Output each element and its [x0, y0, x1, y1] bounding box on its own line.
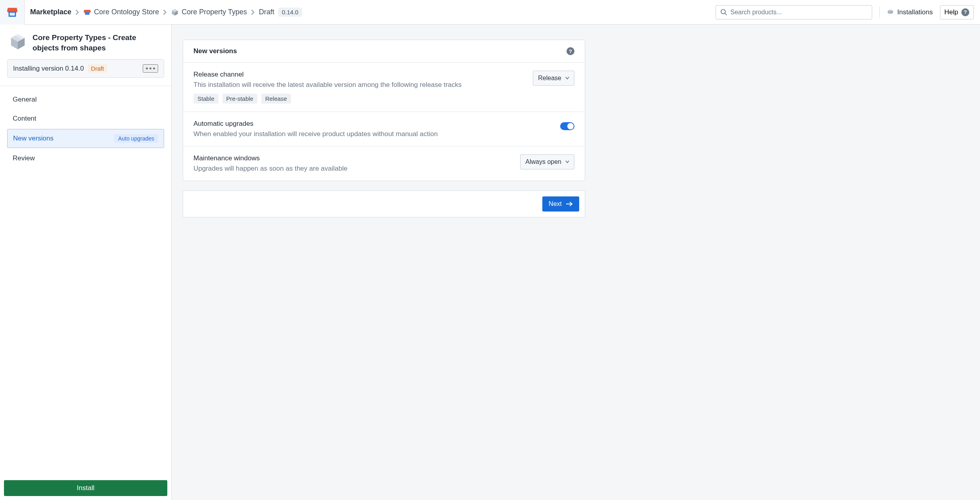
install-status-text: Installing version 0.14.0: [13, 65, 84, 73]
sidebar-item-new-versions[interactable]: New versions Auto upgrades: [7, 129, 164, 148]
chip-stable: Stable: [193, 94, 218, 104]
help-button[interactable]: Help ?: [940, 5, 974, 19]
section-title: Automatic upgrades: [193, 120, 560, 128]
breadcrumb-label: Core Ontology Store: [94, 8, 159, 16]
sidebar-item-label: General: [13, 96, 36, 104]
svg-rect-1: [10, 12, 15, 15]
select-value: Always open: [525, 158, 561, 165]
help-icon: ?: [567, 47, 574, 55]
topbar: Marketplace Core Ontology Store Core Pro…: [0, 0, 980, 25]
new-versions-card: New versions ? Release channel This inst…: [183, 40, 585, 181]
divider: [0, 86, 171, 86]
section-description: Upgrades will happen as soon as they are…: [193, 165, 520, 173]
arrow-right-icon: [566, 201, 573, 207]
maintenance-window-select[interactable]: Always open: [520, 154, 574, 169]
chevron-right-icon: [251, 10, 255, 15]
search-field: [716, 5, 872, 19]
breadcrumb-item-store[interactable]: Core Ontology Store: [83, 8, 159, 16]
sidebar-item-label: New versions: [13, 135, 54, 142]
sidebar-item-label: Content: [13, 115, 36, 123]
package-icon: [9, 33, 27, 53]
cube-icon: [171, 8, 179, 16]
breadcrumb-item-draft[interactable]: Draft: [259, 8, 274, 16]
status-badge: Draft: [88, 64, 107, 73]
svg-rect-2: [85, 12, 89, 15]
chip-pre-stable: Pre-stable: [222, 94, 257, 104]
install-status-card: Installing version 0.14.0 Draft: [7, 59, 164, 78]
section-title: Release channel: [193, 71, 533, 79]
breadcrumb: Marketplace Core Ontology Store Core Pro…: [25, 8, 308, 17]
disk-icon: [887, 9, 894, 16]
chevron-right-icon: [75, 10, 79, 15]
sidebar-nav: General Content New versions Auto upgrad…: [0, 88, 171, 167]
next-label: Next: [549, 200, 562, 208]
release-tracks: Stable Pre-stable Release: [193, 94, 533, 104]
section-automatic-upgrades: Automatic upgrades When enabled your ins…: [183, 112, 585, 146]
chevron-right-icon: [163, 10, 167, 15]
toggle-knob: [567, 123, 574, 129]
card-help-icon[interactable]: ?: [567, 47, 574, 55]
dots-icon: [146, 67, 148, 69]
select-value: Release: [538, 75, 561, 82]
chevron-down-icon: [565, 77, 569, 80]
auto-upgrades-toggle[interactable]: [560, 122, 574, 130]
marketplace-icon: [6, 6, 18, 18]
installations-link[interactable]: Installations: [887, 8, 933, 16]
breadcrumb-item-product[interactable]: Core Property Types: [171, 8, 247, 16]
sidebar-item-review[interactable]: Review: [7, 150, 164, 167]
page-title: Core Property Types - Create objects fro…: [33, 33, 164, 53]
release-channel-select[interactable]: Release: [533, 71, 574, 86]
breadcrumb-label: Core Property Types: [182, 8, 247, 16]
sidebar-item-badge: Auto upgrades: [114, 134, 158, 143]
section-description: This installation will receive the lates…: [193, 81, 533, 89]
help-icon: ?: [961, 8, 969, 16]
section-description: When enabled your installation will rece…: [193, 130, 560, 138]
more-actions-button[interactable]: [143, 64, 158, 73]
chip-release: Release: [261, 94, 291, 104]
search-input[interactable]: [716, 5, 872, 19]
section-title: Maintenance windows: [193, 154, 520, 162]
store-icon: [83, 8, 91, 16]
install-button[interactable]: Install: [4, 480, 167, 496]
main-content: New versions ? Release channel This inst…: [172, 25, 980, 500]
sidebar-item-general[interactable]: General: [7, 91, 164, 108]
sidebar: Core Property Types - Create objects fro…: [0, 25, 172, 500]
divider: [879, 7, 880, 18]
section-release-channel: Release channel This installation will r…: [183, 63, 585, 112]
chevron-down-icon: [565, 160, 569, 163]
card-title: New versions: [193, 47, 237, 55]
next-button[interactable]: Next: [542, 196, 579, 212]
app-logo[interactable]: [0, 0, 25, 25]
version-badge: 0.14.0: [278, 8, 302, 17]
breadcrumb-label: Draft: [259, 8, 274, 16]
footer-actions: Next: [183, 190, 585, 217]
installations-label: Installations: [897, 8, 933, 16]
sidebar-item-content[interactable]: Content: [7, 110, 164, 127]
sidebar-item-label: Review: [13, 154, 35, 162]
help-label: Help: [944, 8, 958, 16]
breadcrumb-root[interactable]: Marketplace: [30, 8, 71, 16]
section-maintenance-windows: Maintenance windows Upgrades will happen…: [183, 146, 585, 181]
